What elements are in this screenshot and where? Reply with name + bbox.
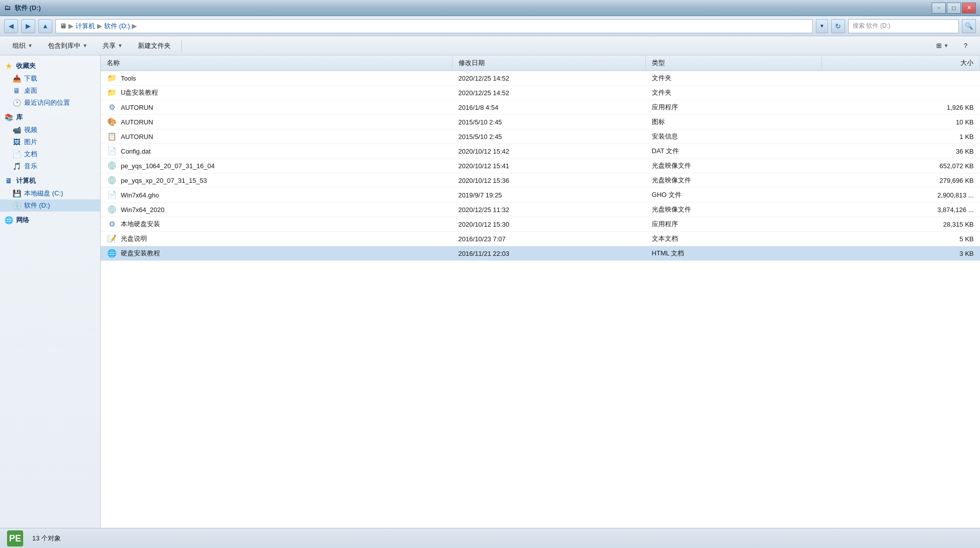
sidebar-section-network: 🌐 网络 [0, 214, 100, 227]
toolbar: 组织 ▼ 包含到库中 ▼ 共享 ▼ 新建文件夹 ⊞ ▼ ? [0, 36, 980, 55]
library-dropdown-icon: ▼ [83, 43, 88, 48]
pictures-icon: 🖼 [12, 138, 21, 147]
col-type[interactable]: 类型 [646, 55, 821, 71]
table-row[interactable]: 📄 Config.dat 2020/10/12 15:42DAT 文件36 KB [101, 144, 980, 159]
star-icon: ★ [4, 61, 13, 71]
address-bar: ◀ ▶ ▲ 🖥 ▶ 计算机 ▶ 软件 (D:) ▶ ▼ ↻ 搜索 软件 (D:)… [0, 16, 980, 36]
file-modified: 2016/10/23 7:07 [453, 232, 646, 246]
sidebar-header-computer[interactable]: 🖥 计算机 [0, 174, 100, 187]
organize-dropdown-icon: ▼ [28, 43, 33, 48]
sidebar-header-library[interactable]: 📚 库 [0, 111, 100, 124]
search-box[interactable]: 搜索 软件 (D:) [848, 19, 959, 33]
sidebar-header-network[interactable]: 🌐 网络 [0, 214, 100, 227]
minimize-button[interactable]: － [932, 3, 946, 14]
status-icon: PE [6, 529, 24, 547]
sidebar-item-recent[interactable]: 🕐 最近访问的位置 [0, 97, 100, 109]
view-dropdown-icon: ▼ [944, 43, 949, 48]
file-icon: 🌐 [107, 248, 117, 258]
file-name-cell: 📋 AUTORUN [101, 129, 453, 144]
sidebar-item-d-drive[interactable]: 💿 软件 (D:) [0, 199, 100, 212]
file-icon: 💿 [107, 161, 117, 171]
file-name-label: pe_yqs_xp_20_07_31_15_53 [121, 177, 207, 184]
organize-button[interactable]: 组织 ▼ [6, 38, 39, 53]
file-name-label: Tools [121, 75, 136, 82]
sidebar-item-music[interactable]: 🎵 音乐 [0, 160, 100, 172]
file-modified: 2020/10/12 15:36 [453, 173, 646, 188]
status-bar: PE 13 个对象 [0, 528, 980, 548]
download-icon: 📥 [12, 74, 21, 83]
sidebar-item-desktop[interactable]: 🖥 桌面 [0, 85, 100, 97]
main-layout: ★ 收藏夹 📥 下载 🖥 桌面 🕐 最近访问的位置 📚 库 [0, 55, 980, 528]
file-type: HTML 文档 [646, 246, 821, 261]
file-name-label: AUTORUN [121, 133, 153, 141]
file-modified: 2020/12/25 14:52 [453, 86, 646, 100]
file-icon: 📋 [107, 131, 117, 142]
file-name-cell: 💿 Win7x64_2020 [101, 202, 453, 217]
back-button[interactable]: ◀ [4, 19, 18, 33]
share-button[interactable]: 共享 ▼ [96, 38, 129, 53]
help-button[interactable]: ? [957, 38, 974, 53]
file-name-label: pe_yqs_1064_20_07_31_16_04 [121, 162, 215, 170]
col-name[interactable]: 名称 [101, 55, 453, 71]
forward-button[interactable]: ▶ [21, 19, 35, 33]
path-computer[interactable]: 计算机 [76, 22, 95, 31]
include-library-button[interactable]: 包含到库中 ▼ [41, 38, 94, 53]
title-bar: 🗂 软件 (D:) － □ ✕ [0, 0, 980, 16]
table-row[interactable]: 📁 U盘安装教程 2020/12/25 14:52文件夹 [101, 86, 980, 100]
close-button[interactable]: ✕ [962, 3, 976, 14]
file-type: 应用程序 [646, 100, 821, 115]
file-name-cell: 📝 光盘说明 [101, 232, 453, 246]
sidebar-header-favorites[interactable]: ★ 收藏夹 [0, 59, 100, 73]
file-area[interactable]: 名称 修改日期 类型 大小 📁 Tools 2020/12/25 14:52文件… [101, 55, 980, 528]
address-dropdown[interactable]: ▼ [816, 19, 828, 33]
library-icon: 📚 [4, 113, 13, 122]
sidebar-item-c-drive[interactable]: 💾 本地磁盘 (C:) [0, 187, 100, 199]
table-row[interactable]: 📝 光盘说明 2016/10/23 7:07文本文档5 KB [101, 232, 980, 246]
maximize-button[interactable]: □ [947, 3, 961, 14]
sidebar-section-favorites: ★ 收藏夹 📥 下载 🖥 桌面 🕐 最近访问的位置 [0, 59, 100, 109]
table-row[interactable]: 🌐 硬盘安装教程 2016/11/21 22:03HTML 文档3 KB [101, 246, 980, 261]
file-name-label: 光盘说明 [121, 234, 147, 243]
file-name-label: AUTORUN [121, 118, 153, 126]
table-row[interactable]: 💿 pe_yqs_1064_20_07_31_16_04 2020/10/12 … [101, 159, 980, 173]
new-folder-button[interactable]: 新建文件夹 [131, 38, 177, 53]
table-row[interactable]: 💿 pe_yqs_xp_20_07_31_15_53 2020/10/12 15… [101, 173, 980, 188]
table-row[interactable]: 📄 Win7x64.gho 2019/9/7 19:25GHO 文件2,900,… [101, 188, 980, 202]
search-button[interactable]: 🔍 [962, 19, 976, 33]
file-name-cell: 📁 U盘安装教程 [101, 86, 453, 100]
up-button[interactable]: ▲ [38, 19, 52, 33]
sidebar-item-pictures[interactable]: 🖼 图片 [0, 136, 100, 148]
sidebar-item-documents[interactable]: 📄 文档 [0, 148, 100, 160]
file-name-label: 本地硬盘安装 [121, 220, 160, 229]
path-drive[interactable]: 软件 (D:) [104, 22, 130, 31]
table-row[interactable]: 📁 Tools 2020/12/25 14:52文件夹 [101, 71, 980, 86]
path-separator: ▶ [68, 22, 73, 30]
view-dropdown-button[interactable]: ⊞ ▼ [930, 38, 955, 53]
sidebar-section-computer: 🖥 计算机 💾 本地磁盘 (C:) 💿 软件 (D:) [0, 174, 100, 212]
file-name-label: Win7x64.gho [121, 191, 159, 199]
sidebar-item-video[interactable]: 📹 视频 [0, 124, 100, 136]
computer-icon: 🖥 [4, 176, 13, 185]
status-text: 13 个对象 [32, 534, 61, 543]
file-icon: 📄 [107, 190, 117, 200]
file-icon: ⚙ [107, 102, 117, 112]
title-bar-title: 🗂 软件 (D:) [4, 4, 41, 13]
col-size[interactable]: 大小 [821, 55, 979, 71]
address-path[interactable]: 🖥 ▶ 计算机 ▶ 软件 (D:) ▶ [55, 19, 813, 33]
file-size: 279,696 KB [821, 173, 979, 188]
file-name-cell: 🎨 AUTORUN [101, 115, 453, 129]
table-row[interactable]: 💿 Win7x64_2020 2020/12/25 11:32光盘映像文件3,8… [101, 202, 980, 217]
sidebar-item-download[interactable]: 📥 下载 [0, 73, 100, 85]
view-icon: ⊞ [936, 42, 942, 49]
table-row[interactable]: ⚙ 本地硬盘安装 2020/10/12 15:30应用程序28,315 KB [101, 217, 980, 232]
col-modified[interactable]: 修改日期 [453, 55, 646, 71]
refresh-button[interactable]: ↻ [831, 19, 845, 33]
file-icon: 📁 [107, 73, 117, 83]
file-modified: 2015/5/10 2:45 [453, 115, 646, 129]
table-row[interactable]: 🎨 AUTORUN 2015/5/10 2:45图标10 KB [101, 115, 980, 129]
table-row[interactable]: 📋 AUTORUN 2015/5/10 2:45安装信息1 KB [101, 129, 980, 144]
desktop-icon: 🖥 [12, 86, 21, 95]
share-dropdown-icon: ▼ [118, 43, 123, 48]
table-row[interactable]: ⚙ AUTORUN 2016/1/8 4:54应用程序1,926 KB [101, 100, 980, 115]
file-icon: ⚙ [107, 219, 117, 229]
